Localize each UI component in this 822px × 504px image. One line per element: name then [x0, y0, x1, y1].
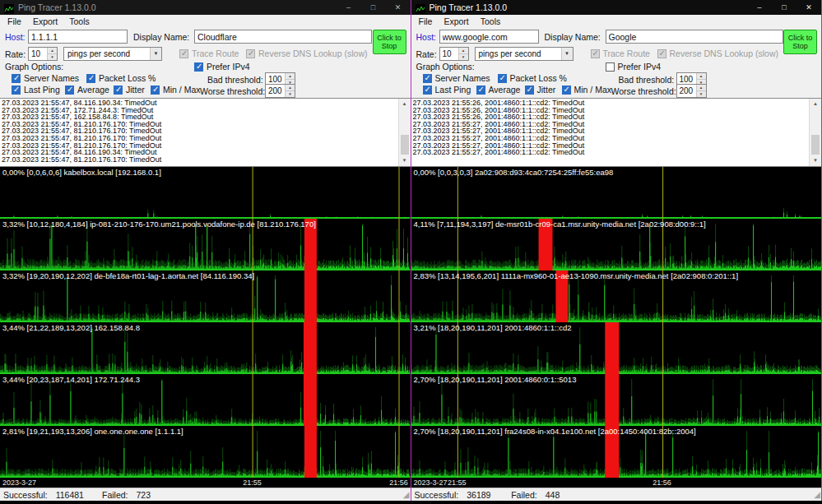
- rate-value: 10: [29, 48, 47, 60]
- graph-label: 0,00% [0,0,3,0,3] 2a02:908:d93:4ca0:7254…: [414, 168, 614, 177]
- spin-up-icon[interactable]: ▲: [286, 73, 295, 80]
- graph-label: 3,44% [21,22,189,13,202] 162.158.84.8: [2, 323, 140, 332]
- rate-label: Rate:: [5, 49, 26, 59]
- scroll-down-icon[interactable]: ▼: [399, 155, 411, 166]
- packet-loss-checkbox[interactable]: Packet Loss %: [498, 73, 567, 83]
- log-entry: 27.03.2023 21:55:27, 2001:4860:1:1::cd2:…: [411, 149, 822, 156]
- server-names-checkbox[interactable]: Server Names: [12, 73, 79, 83]
- log-scrollbar[interactable]: ▲ ▼: [809, 99, 821, 166]
- prefer-ipv4-checkbox[interactable]: Prefer IPv4: [194, 62, 250, 72]
- prefer-ipv4-checkbox[interactable]: Prefer IPv4: [606, 62, 662, 72]
- spin-down-icon[interactable]: ▼: [459, 54, 468, 60]
- host-input[interactable]: [28, 30, 128, 44]
- menu-file[interactable]: File: [413, 16, 439, 26]
- jitter-checkbox[interactable]: Jitter: [525, 85, 556, 95]
- close-button[interactable]: ✕: [386, 0, 411, 15]
- scrollbar-thumb[interactable]: [811, 135, 820, 155]
- timeline: 2023-3-2721:5521:56: [0, 478, 411, 488]
- worse-threshold-label: Worse threshold:: [200, 86, 265, 96]
- stop-button[interactable]: Click to Stop: [783, 30, 817, 54]
- ping-log[interactable]: ▲ ▼ 27.03.2023 21:55:47, 84.116.190.34: …: [0, 98, 411, 167]
- checkbox-box: [179, 49, 188, 58]
- timeline-mark: 21:56: [652, 479, 671, 487]
- window-title: Ping Tracer 1.13.0.0: [18, 2, 337, 12]
- spin-down-icon[interactable]: ▼: [697, 91, 706, 97]
- scroll-up-icon[interactable]: ▲: [810, 99, 821, 109]
- rate-spinner[interactable]: 10 ▲▼: [28, 47, 58, 61]
- successful-label: Successful:: [3, 490, 48, 500]
- ping-log[interactable]: ▲ ▼ 27.03.2023 21:55:26, 2001:4860:1:1::…: [411, 98, 822, 167]
- server-names-checkbox[interactable]: Server Names: [423, 73, 490, 83]
- log-scrollbar[interactable]: ▲ ▼: [398, 99, 411, 166]
- rate-label: Rate:: [416, 49, 437, 59]
- spin-down-icon[interactable]: ▼: [48, 54, 57, 60]
- spin-up-icon[interactable]: ▲: [697, 73, 706, 80]
- min-max-checkbox[interactable]: Min / Max: [562, 85, 612, 95]
- host-input[interactable]: [439, 30, 539, 44]
- minimize-button[interactable]: –: [337, 0, 361, 15]
- checkbox-box: [423, 86, 432, 95]
- display-name-label: Display Name:: [545, 32, 601, 42]
- worse-threshold-value: 200: [266, 85, 285, 97]
- resize-grip[interactable]: ◢: [814, 489, 820, 501]
- last-ping-checkbox[interactable]: Last Ping: [12, 85, 60, 95]
- titlebar[interactable]: Ping Tracer 1.13.0.0 – □ ✕: [411, 0, 822, 15]
- menu-tools[interactable]: Tools: [475, 16, 507, 26]
- checkbox-box: [65, 86, 74, 95]
- resize-grip[interactable]: ◢: [403, 489, 410, 501]
- ping-graph: 3,44% [20,23,187,14,201] 172.71.244.3: [0, 374, 411, 426]
- menu-export[interactable]: Export: [438, 16, 474, 26]
- ping-graph: 3,44% [21,22,189,13,202] 162.158.84.8: [0, 322, 411, 374]
- graph-label: 2,81% [19,21,193,13,206] one.one.one.one…: [2, 427, 183, 436]
- rate-spinner[interactable]: 10 ▲▼: [439, 47, 469, 61]
- graph-label: 4,11% [7,11,194,3,197] de-msr01b-cr09-ca…: [414, 220, 706, 229]
- menu-export[interactable]: Export: [27, 16, 63, 26]
- failed-value: 723: [136, 490, 162, 500]
- jitter-checkbox[interactable]: Jitter: [114, 85, 145, 95]
- close-button[interactable]: ✕: [796, 0, 821, 15]
- spin-up-icon[interactable]: ▲: [459, 48, 468, 54]
- spin-up-icon[interactable]: ▲: [697, 85, 706, 91]
- spin-up-icon[interactable]: ▲: [48, 48, 57, 54]
- maximize-button[interactable]: □: [361, 0, 386, 15]
- checkbox-box: [12, 74, 21, 83]
- scrollbar-thumb[interactable]: [401, 135, 409, 155]
- last-ping-checkbox[interactable]: Last Ping: [423, 85, 471, 95]
- rate-value: 10: [440, 48, 458, 60]
- menu-file[interactable]: File: [2, 16, 27, 26]
- graph-label: 3,32% [19,20,190,12,202] de-bfe18a-rt01-…: [2, 271, 254, 280]
- menu-tools[interactable]: Tools: [63, 16, 95, 26]
- minimize-button[interactable]: –: [747, 0, 772, 15]
- ping-tracer-window-left: Ping Tracer 1.13.0.0 – □ ✕ File Export T…: [0, 0, 411, 501]
- display-name-input[interactable]: [606, 30, 783, 44]
- average-checkbox[interactable]: Average: [476, 85, 521, 95]
- scroll-down-icon[interactable]: ▼: [810, 155, 821, 166]
- rate-unit-dropdown[interactable]: pings per second ▼: [63, 47, 162, 61]
- successful-label: Successful:: [415, 490, 459, 500]
- failed-label: Failed:: [511, 490, 537, 500]
- ping-graph: 0,00% [0,0,6,0,6] kabelbox.local [192.16…: [0, 167, 411, 219]
- ping-graph: 2,70% [18,20,190,11,201] fra24s08-in-x04…: [411, 426, 822, 478]
- scroll-up-icon[interactable]: ▲: [399, 99, 411, 109]
- successful-value: 36189: [467, 490, 493, 500]
- display-name-label: Display Name:: [133, 32, 189, 42]
- control-panel: Host: Display Name: Click to Stop Rate: …: [411, 27, 822, 98]
- worse-threshold-spinner[interactable]: 200 ▲▼: [676, 84, 707, 98]
- min-max-checkbox[interactable]: Min / Max: [151, 85, 201, 95]
- spin-down-icon[interactable]: ▼: [286, 91, 295, 97]
- spin-up-icon[interactable]: ▲: [286, 85, 295, 91]
- packet-loss-checkbox[interactable]: Packet Loss %: [86, 73, 156, 83]
- maximize-button[interactable]: □: [772, 0, 796, 15]
- titlebar[interactable]: Ping Tracer 1.13.0.0 – □ ✕: [0, 0, 411, 15]
- checkbox-box: [194, 62, 203, 72]
- ping-graph: 3,32% [19,20,190,12,202] de-bfe18a-rt01-…: [0, 270, 411, 322]
- checkbox-box: [562, 86, 571, 95]
- checkbox-box: [114, 86, 123, 95]
- worse-threshold-spinner[interactable]: 200 ▲▼: [265, 84, 295, 98]
- display-name-input[interactable]: [194, 30, 372, 44]
- average-checkbox[interactable]: Average: [65, 85, 109, 95]
- stop-button[interactable]: Click to Stop: [373, 30, 406, 54]
- rate-unit-dropdown[interactable]: pings per second ▼: [475, 47, 574, 61]
- checkbox-box: [12, 86, 21, 95]
- ping-graph: 0,00% [0,0,3,0,3] 2a02:908:d93:4ca0:7254…: [411, 167, 822, 219]
